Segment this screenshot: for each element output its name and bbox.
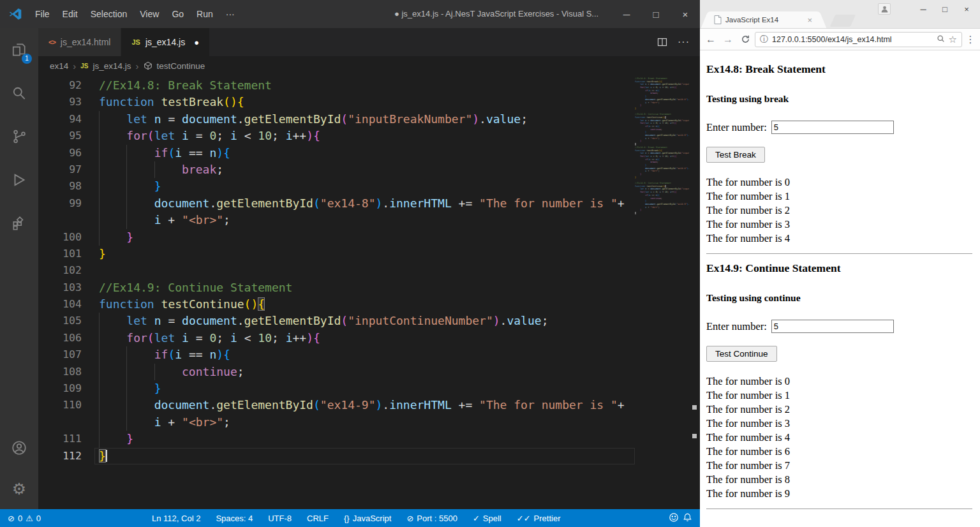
input-label: Enter number: xyxy=(706,320,767,333)
encoding-status[interactable]: UTF-8 xyxy=(260,514,299,523)
prettier-status[interactable]: ✓✓ Prettier xyxy=(509,514,568,523)
spell-status[interactable]: ✓ Spell xyxy=(465,514,509,523)
code-line[interactable]: 109 } xyxy=(38,380,635,397)
problems-status[interactable]: ⊘ 0 ⚠ 0 xyxy=(0,514,48,523)
line-number: 112 xyxy=(38,448,82,464)
code-line[interactable]: 92//Ex14.8: Break Statement xyxy=(38,77,635,94)
indent-status[interactable]: Spaces: 4 xyxy=(208,514,260,523)
more-actions-icon[interactable]: ··· xyxy=(678,36,690,48)
line-number xyxy=(38,414,82,431)
code-line[interactable]: 95 for(let i = 0; i < 10; i++){ xyxy=(38,128,635,144)
browser-menu-icon[interactable]: ⋮ xyxy=(964,34,977,45)
live-server-port-status[interactable]: ⊘ Port : 5500 xyxy=(399,514,465,523)
code-line[interactable]: 93function testBreak(){ xyxy=(38,94,635,110)
code-line[interactable]: 105 let n = document.getElementById("inp… xyxy=(38,313,635,329)
bookmark-star-icon[interactable]: ☆ xyxy=(949,34,957,45)
code-line[interactable]: 101} xyxy=(38,246,635,262)
code-line[interactable]: 112} xyxy=(38,448,635,464)
notifications-bell-icon[interactable] xyxy=(683,512,692,524)
minimap[interactable]: //Ex14.8: Break Statementfunction testBr… xyxy=(635,77,689,215)
tab-close-icon[interactable]: × xyxy=(806,15,813,25)
close-button[interactable]: × xyxy=(671,0,700,28)
code-line[interactable]: 111 } xyxy=(38,431,635,447)
code-line[interactable]: 94 let n = document.getElementById("inpu… xyxy=(38,111,635,128)
code-line[interactable]: 110 document.getElementById("ex14-9").in… xyxy=(38,397,635,413)
line-number: 109 xyxy=(38,380,82,397)
language-status[interactable]: {} JavaScript xyxy=(336,514,399,523)
tab-js_ex14.js[interactable]: JSjs_ex14.js● xyxy=(121,28,209,56)
profile-avatar-icon[interactable] xyxy=(878,3,891,15)
overview-ruler[interactable] xyxy=(689,75,700,509)
tab-js_ex14.html[interactable]: <>js_ex14.html xyxy=(38,28,121,56)
code-line[interactable]: 104function testContinue(){ xyxy=(38,296,635,313)
settings-gear-icon[interactable]: ⚙ xyxy=(0,468,38,509)
menu-item[interactable]: ··· xyxy=(219,5,241,23)
eol-status[interactable]: CRLF xyxy=(299,514,336,523)
cursor-position-status[interactable]: Ln 112, Col 2 xyxy=(144,514,208,523)
braces-icon: {} xyxy=(344,514,350,523)
minimize-button[interactable]: ─ xyxy=(612,0,641,28)
close-button[interactable]: × xyxy=(956,1,977,17)
number-input[interactable] xyxy=(771,320,894,333)
search-icon[interactable] xyxy=(0,71,38,115)
extensions-icon[interactable] xyxy=(0,202,38,245)
output-line: The for number is 6 xyxy=(706,445,972,459)
maximize-button[interactable]: □ xyxy=(641,0,671,28)
breadcrumb-file[interactable]: js_ex14.js xyxy=(93,61,131,71)
code-line[interactable]: 108 continue; xyxy=(38,364,635,380)
menu-item[interactable]: View xyxy=(133,5,165,23)
code-line[interactable]: 96 if(i == n){ xyxy=(38,145,635,161)
refresh-icon[interactable] xyxy=(738,31,753,48)
forward-icon[interactable]: → xyxy=(720,31,736,48)
errors-icon: ⊘ xyxy=(8,514,15,523)
feedback-icon[interactable] xyxy=(669,512,679,524)
browser-tab[interactable]: JavaScript Ex14 × xyxy=(710,11,817,28)
url-text[interactable]: 127.0.0.1:5500/ex14/js_ex14.html xyxy=(772,35,933,44)
new-tab-button[interactable] xyxy=(830,15,856,27)
vscode-titlebar: FileEditSelectionViewGoRun··· ● js_ex14.… xyxy=(0,0,700,28)
output-line: The for number is 1 xyxy=(706,189,972,204)
site-info-icon[interactable]: ⓘ xyxy=(760,34,768,45)
account-icon[interactable] xyxy=(0,427,38,468)
menu-item[interactable]: Run xyxy=(190,5,219,23)
explorer-icon[interactable]: 1 xyxy=(0,28,38,71)
split-editor-icon[interactable] xyxy=(657,37,667,47)
line-number: 108 xyxy=(38,364,82,380)
line-number: 98 xyxy=(38,178,82,195)
minimize-button[interactable]: ─ xyxy=(912,1,934,17)
exercise-section: Ex14.9: Continue StatementTesting using … xyxy=(706,262,972,509)
code-line[interactable]: i + "<br>"; xyxy=(38,212,635,228)
menu-item[interactable]: File xyxy=(29,5,56,23)
test-break-button[interactable]: Test Break xyxy=(706,147,765,163)
code-line[interactable]: 100 } xyxy=(38,229,635,246)
zoom-icon[interactable] xyxy=(937,34,945,45)
code-line[interactable]: 102 xyxy=(38,262,635,279)
code-line[interactable]: 103//Ex14.9: Continue Statement xyxy=(38,279,635,296)
breadcrumb-folder[interactable]: ex14 xyxy=(50,61,68,71)
window-controls: ─ □ × xyxy=(612,0,700,28)
code-line[interactable]: 107 if(i == n){ xyxy=(38,346,635,363)
test-continue-button[interactable]: Test Continue xyxy=(706,346,777,362)
maximize-button[interactable]: □ xyxy=(934,1,956,17)
output-line: The for number is 7 xyxy=(706,459,972,473)
source-control-icon[interactable] xyxy=(0,115,38,158)
code-line[interactable]: 99 document.getElementById("ex14-8").inn… xyxy=(38,195,635,212)
number-input[interactable] xyxy=(771,121,894,134)
address-bar[interactable]: ⓘ 127.0.0.1:5500/ex14/js_ex14.html ☆ xyxy=(755,32,962,47)
line-number: 95 xyxy=(38,128,82,144)
text-cursor xyxy=(106,450,107,462)
run-debug-icon[interactable] xyxy=(0,158,38,202)
output-line: The for number is 4 xyxy=(706,232,972,246)
code-line[interactable]: i + "<br>"; xyxy=(38,414,635,431)
menu-item[interactable]: Selection xyxy=(84,5,134,23)
code-line[interactable]: 106 for(let i = 0; i < 10; i++){ xyxy=(38,330,635,346)
menu-item[interactable]: Edit xyxy=(56,5,84,23)
breadcrumb-symbol[interactable]: testContinue xyxy=(157,61,205,71)
code-line[interactable]: 98 } xyxy=(38,178,635,195)
exercise-section: Ex14.8: Break StatementTesting using bre… xyxy=(706,63,972,254)
code-line[interactable]: 97 break; xyxy=(38,161,635,178)
back-icon[interactable]: ← xyxy=(703,31,718,48)
code-editor[interactable]: 92//Ex14.8: Break Statement93function te… xyxy=(38,75,700,509)
output-line: The for number is 0 xyxy=(706,375,972,389)
menu-item[interactable]: Go xyxy=(165,5,190,23)
